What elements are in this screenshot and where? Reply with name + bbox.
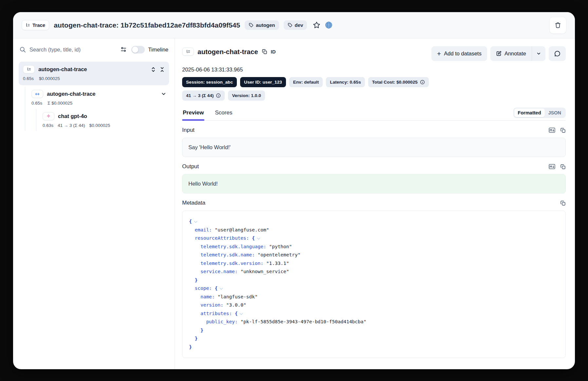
session-badge[interactable]: Session: session_abc bbox=[182, 77, 237, 87]
node-cost: Σ $0.000025 bbox=[47, 101, 72, 106]
tab-preview[interactable]: Preview bbox=[182, 110, 204, 120]
timeline-toggle[interactable] bbox=[131, 46, 145, 53]
copy-icon[interactable] bbox=[560, 164, 566, 170]
json-line: public_key: "pk-lf-5855d85e-3943-497e-bd… bbox=[189, 318, 559, 326]
json-line: name: "langfuse-sdk" bbox=[189, 293, 559, 301]
timeline-toggle-label: Timeline bbox=[148, 47, 168, 53]
json-line: } bbox=[189, 343, 559, 351]
collapse-chevron-icon[interactable] bbox=[257, 236, 260, 240]
collapse-chevron-icon[interactable] bbox=[240, 311, 243, 315]
metadata-json: { email: "user@langfuse.com" resourceAtt… bbox=[182, 211, 566, 358]
add-to-datasets-button[interactable]: + Add to datasets bbox=[431, 46, 487, 61]
copy-id-icon[interactable] bbox=[262, 49, 267, 54]
trace-badge-label: Trace bbox=[32, 22, 45, 28]
node-cost: $0.000025 bbox=[39, 76, 60, 81]
trace-metadata-badges-row2: 41 → 3 (Σ 44) Version: 1.0.0 bbox=[182, 90, 566, 101]
node-duration: 0.65s bbox=[31, 101, 42, 106]
node-tokens: 41 → 3 (Σ 44) bbox=[58, 123, 85, 128]
version-badge: Version: 1.0.0 bbox=[228, 90, 265, 101]
tree-icon bbox=[27, 67, 31, 71]
trace-node-badge bbox=[23, 65, 35, 73]
star-icon[interactable] bbox=[313, 21, 320, 29]
comments-button[interactable] bbox=[549, 46, 566, 61]
tree-node-generation[interactable]: chat gpt-4o 0.63s 41 → 3 (Σ 44) $0.00002… bbox=[40, 109, 169, 131]
format-toggle-formatted[interactable]: Formatted bbox=[514, 109, 545, 117]
filter-settings-icon[interactable] bbox=[120, 46, 127, 53]
trace-tree-sidebar: Timeline autogen-chat-trace bbox=[13, 38, 175, 369]
format-toggle: Formatted JSON bbox=[513, 108, 566, 118]
json-line: telemetry.sdk.name: "opentelemetry" bbox=[189, 251, 559, 259]
tree-icon bbox=[186, 50, 190, 54]
trace-metadata-badges-row1: Session: session_abc User ID: user_123 E… bbox=[182, 77, 566, 87]
node-duration: 0.63s bbox=[43, 123, 53, 128]
pencil-square-icon bbox=[496, 51, 502, 56]
tab-scores[interactable]: Scores bbox=[214, 110, 233, 120]
tree-node-title: autogen-chat-trace bbox=[38, 66, 87, 72]
span-node-badge bbox=[31, 90, 43, 98]
trace-timestamp: 2025-06-06 13:31:33.965 bbox=[182, 67, 566, 73]
output-section: Output Hello Wo bbox=[182, 163, 566, 193]
page-title: autogen-chat-trace: 1b72c51fabed12ae7df8… bbox=[54, 21, 240, 29]
json-line: } bbox=[189, 276, 559, 285]
comment-bubble-icon bbox=[554, 50, 560, 57]
span-arrows-icon bbox=[35, 92, 40, 96]
tree-icon bbox=[26, 23, 30, 28]
output-content: Hello World! bbox=[182, 174, 566, 193]
expand-all-icon[interactable] bbox=[151, 67, 156, 72]
tag-icon bbox=[288, 23, 293, 28]
delete-trace-button[interactable] bbox=[549, 17, 566, 34]
markdown-toggle-icon[interactable] bbox=[549, 164, 555, 169]
json-line: } bbox=[189, 334, 559, 343]
markdown-toggle-icon[interactable] bbox=[549, 128, 555, 133]
trace-detail-window: Trace autogen-chat-trace: 1b72c51fabed12… bbox=[13, 12, 575, 369]
json-line: service.name: "unknown_service" bbox=[189, 268, 559, 276]
generation-sparkle-icon bbox=[46, 114, 51, 119]
tree-node-title: chat gpt-4o bbox=[58, 113, 87, 119]
copy-icon[interactable] bbox=[560, 200, 566, 206]
tag-label: dev bbox=[295, 22, 303, 28]
annotate-split-button: Annotate bbox=[490, 46, 545, 61]
user-id-badge[interactable]: User ID: user_123 bbox=[240, 77, 286, 87]
tag-chip-autogen[interactable]: autogen bbox=[245, 20, 279, 30]
tag-chip-dev[interactable]: dev bbox=[284, 20, 307, 30]
chevron-down-icon[interactable] bbox=[161, 91, 166, 97]
trace-detail-panel: autogen-chat-trace ID + Add to datasets bbox=[175, 38, 575, 369]
observation-tree: autogen-chat-trace bbox=[19, 62, 169, 131]
token-usage-badge: 41 → 3 (Σ 44) bbox=[182, 90, 225, 101]
toggle-knob bbox=[132, 47, 138, 53]
json-line: resourceAttributes: { bbox=[189, 234, 559, 243]
input-content: Say 'Hello World!' bbox=[182, 138, 566, 157]
format-toggle-json[interactable]: JSON bbox=[545, 109, 565, 117]
info-icon[interactable] bbox=[420, 80, 425, 85]
chevron-down-icon bbox=[536, 51, 541, 56]
input-section: Input Say 'Hell bbox=[182, 127, 566, 157]
copy-icon[interactable] bbox=[560, 128, 566, 133]
input-label: Input bbox=[182, 127, 195, 133]
collapse-all-icon[interactable] bbox=[160, 67, 165, 72]
latency-badge: Latency: 0.65s bbox=[326, 77, 365, 87]
json-line: { bbox=[189, 217, 559, 226]
tree-node-trace[interactable]: autogen-chat-trace bbox=[19, 62, 169, 85]
tree-node-span[interactable]: autogen-chat-trace 0.65s Σ $0.000025 bbox=[29, 87, 169, 109]
trash-icon bbox=[555, 22, 561, 29]
annotate-button[interactable]: Annotate bbox=[490, 46, 532, 61]
json-line: email: "user@langfuse.com" bbox=[189, 226, 559, 234]
search-input[interactable] bbox=[29, 47, 117, 53]
tabs-row: Preview Scores Formatted JSON bbox=[182, 108, 566, 121]
json-line: telemetry.sdk.version: "1.33.1" bbox=[189, 259, 559, 268]
info-icon[interactable] bbox=[216, 93, 221, 98]
globe-icon[interactable] bbox=[325, 21, 332, 29]
id-label: ID bbox=[271, 49, 276, 54]
collapse-chevron-icon[interactable] bbox=[220, 287, 223, 290]
node-duration: 0.65s bbox=[23, 76, 34, 81]
json-line: } bbox=[189, 326, 559, 335]
annotate-menu-button[interactable] bbox=[532, 46, 545, 61]
generation-node-badge bbox=[43, 112, 54, 120]
trace-type-badge: Trace bbox=[22, 20, 49, 30]
collapse-chevron-icon[interactable] bbox=[194, 220, 197, 223]
tree-node-title: autogen-chat-trace bbox=[47, 91, 96, 97]
json-line: telemetry.sdk.language: "python" bbox=[189, 243, 559, 251]
tag-icon bbox=[249, 23, 254, 28]
node-cost: $0.000025 bbox=[89, 123, 110, 128]
output-label: Output bbox=[182, 163, 199, 170]
